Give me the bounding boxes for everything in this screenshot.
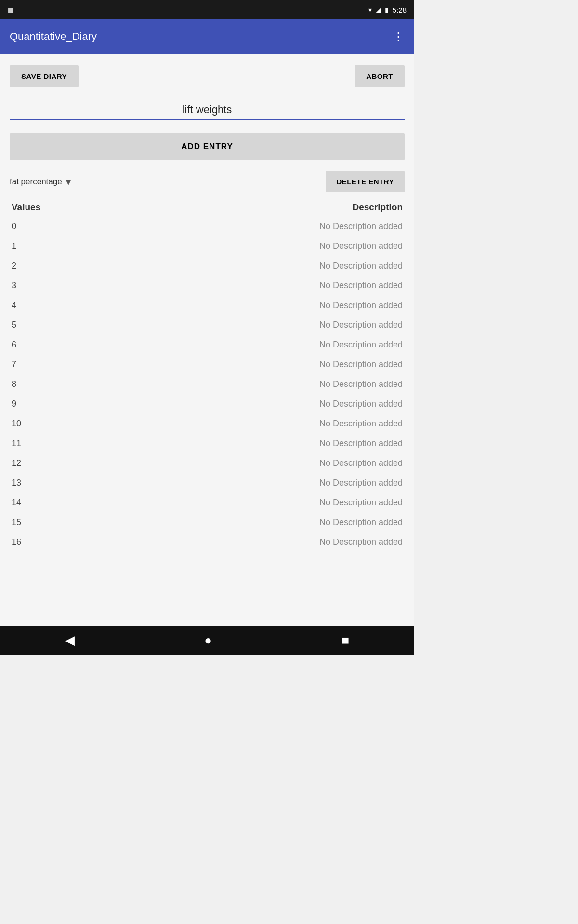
row-value: 10	[12, 419, 21, 429]
status-bar: ▦ ▾ ◢ ▮ 5:28	[0, 0, 414, 19]
row-value: 5	[12, 320, 16, 330]
table-row[interactable]: 12No Description added	[10, 453, 405, 473]
row-value: 1	[12, 241, 16, 251]
table-row[interactable]: 9No Description added	[10, 394, 405, 414]
nav-back-icon[interactable]: ◀	[65, 633, 75, 648]
table-row[interactable]: 3No Description added	[10, 276, 405, 295]
table-row[interactable]: 15No Description added	[10, 513, 405, 532]
row-value: 3	[12, 281, 16, 291]
wifi-icon: ▾	[368, 6, 372, 13]
values-column-header: Values	[12, 202, 40, 213]
diary-title-input[interactable]	[10, 101, 405, 120]
app-bar: Quantitative_Diary ⋮	[0, 19, 414, 54]
table-row[interactable]: 13No Description added	[10, 473, 405, 493]
app-title: Quantitative_Diary	[10, 30, 97, 43]
status-time: 5:28	[393, 6, 407, 14]
table-row[interactable]: 7No Description added	[10, 355, 405, 374]
row-value: 4	[12, 300, 16, 310]
status-bar-left: ▦	[8, 6, 14, 13]
row-description: No Description added	[319, 281, 403, 291]
description-column-header: Description	[352, 202, 403, 213]
abort-button[interactable]: ABORT	[355, 65, 405, 87]
row-value: 14	[12, 498, 21, 508]
table-row[interactable]: 0No Description added	[10, 217, 405, 236]
table-row[interactable]: 11No Description added	[10, 434, 405, 453]
row-value: 8	[12, 379, 16, 389]
row-value: 2	[12, 261, 16, 271]
row-value: 11	[12, 438, 21, 449]
add-entry-button[interactable]: ADD ENTRY	[10, 133, 405, 160]
row-value: 13	[12, 478, 21, 488]
table-row[interactable]: 14No Description added	[10, 493, 405, 513]
row-description: No Description added	[319, 300, 403, 310]
table-row[interactable]: 10No Description added	[10, 414, 405, 434]
row-description: No Description added	[319, 419, 403, 429]
row-description: No Description added	[319, 261, 403, 271]
table-row[interactable]: 4No Description added	[10, 295, 405, 315]
app-menu-icon[interactable]: ⋮	[393, 30, 405, 43]
row-value: 6	[12, 340, 16, 350]
row-description: No Description added	[319, 320, 403, 330]
signal-icon: ◢	[376, 6, 381, 13]
row-description: No Description added	[319, 517, 403, 527]
row-description: No Description added	[319, 399, 403, 409]
table-row[interactable]: 2No Description added	[10, 256, 405, 276]
row-value: 12	[12, 458, 21, 468]
action-buttons: SAVE DIARY ABORT	[10, 65, 405, 87]
row-value: 15	[12, 517, 21, 527]
nav-home-icon[interactable]: ●	[204, 633, 212, 648]
title-input-wrapper	[10, 101, 405, 120]
entry-type-dropdown[interactable]: fat percentage weight steps	[10, 177, 76, 186]
row-value: 16	[12, 537, 21, 547]
table-rows: 0No Description added1No Description add…	[10, 217, 405, 552]
table-row[interactable]: 1No Description added	[10, 236, 405, 256]
table-row[interactable]: 8No Description added	[10, 374, 405, 394]
nav-recent-icon[interactable]: ■	[342, 633, 350, 648]
table-row[interactable]: 5No Description added	[10, 315, 405, 335]
table-row[interactable]: 6No Description added	[10, 335, 405, 355]
entry-row: fat percentage weight steps ▾ DELETE ENT…	[10, 171, 405, 192]
row-description: No Description added	[319, 458, 403, 468]
row-description: No Description added	[319, 241, 403, 251]
row-description: No Description added	[319, 537, 403, 547]
status-bar-right: ▾ ◢ ▮ 5:28	[368, 6, 407, 14]
row-description: No Description added	[319, 221, 403, 231]
table-row[interactable]: 16No Description added	[10, 532, 405, 552]
row-description: No Description added	[319, 340, 403, 350]
save-diary-button[interactable]: SAVE DIARY	[10, 65, 79, 87]
row-description: No Description added	[319, 478, 403, 488]
dropdown-wrapper: fat percentage weight steps ▾	[10, 176, 71, 188]
table-header: Values Description	[10, 202, 405, 213]
row-description: No Description added	[319, 498, 403, 508]
row-value: 9	[12, 399, 16, 409]
delete-entry-button[interactable]: DELETE ENTRY	[326, 171, 405, 192]
row-description: No Description added	[319, 438, 403, 449]
row-description: No Description added	[319, 379, 403, 389]
content-area: SAVE DIARY ABORT ADD ENTRY fat percentag…	[0, 54, 414, 626]
row-value: 7	[12, 359, 16, 370]
nav-bar: ◀ ● ■	[0, 626, 414, 654]
battery-icon: ▮	[385, 6, 389, 13]
row-value: 0	[12, 221, 16, 231]
row-description: No Description added	[319, 359, 403, 370]
app-icon: ▦	[8, 6, 14, 13]
